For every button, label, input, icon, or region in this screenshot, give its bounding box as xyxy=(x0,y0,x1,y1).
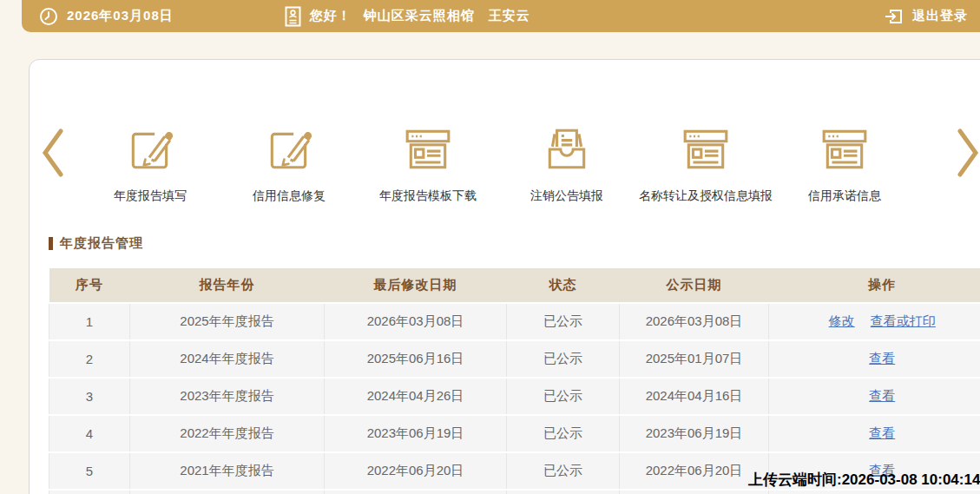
carousel-item-label: 注销公告填报 xyxy=(530,188,603,204)
cell-publish-date: 2024年04月16日 xyxy=(620,378,769,415)
shortcut-carousel: 年度报告填写 信用信息修复 xyxy=(81,121,914,204)
cell-report-year: 2021年年度报告 xyxy=(130,452,325,490)
modify-link[interactable]: 修改 xyxy=(829,313,855,328)
cell-publish-date: 2022年06月20日 xyxy=(620,452,769,490)
section-title-text: 年度报告管理 xyxy=(60,235,143,252)
cell-status: 已公示 xyxy=(507,415,620,452)
cell-status: 已公示 xyxy=(507,340,620,378)
column-header-last-modified: 最后修改日期 xyxy=(325,268,507,303)
section-bullet-icon xyxy=(49,237,53,250)
table-row: 4 2022年年度报告 2023年06月19日 已公示 2023年06月19日 … xyxy=(49,415,980,452)
cell-no: 1 xyxy=(49,303,130,340)
cell-no: 5 xyxy=(49,452,130,490)
cell-operations: 修改 查看或打印 xyxy=(769,303,980,340)
main-panel: 年度报告填写 信用信息修复 xyxy=(29,59,980,494)
cell-last-modified: 2026年03月08日 xyxy=(325,303,507,340)
cell-operations: 查看 xyxy=(769,378,980,415)
carousel-item-name-transfer[interactable]: 名称转让及授权信息填报 xyxy=(636,121,775,204)
clock-icon xyxy=(39,7,58,26)
column-header-no: 序号 xyxy=(49,268,130,303)
carousel-item-label: 年度报告模板下载 xyxy=(379,188,477,204)
cell-status: 已公示 xyxy=(507,378,620,415)
table-row-partial xyxy=(49,490,980,494)
view-link[interactable]: 查看 xyxy=(869,425,895,440)
logout-icon xyxy=(883,6,904,27)
annual-report-page: { "topbar": { "date": "2026年03月08日", "gr… xyxy=(0,0,980,494)
cell-last-modified: 2023年06月19日 xyxy=(325,415,507,452)
carousel-item-credit-commitment[interactable]: 信用承诺信息 xyxy=(775,121,914,204)
topbar-user-group: 您好！ 钟山区采云照相馆 王安云 xyxy=(285,6,530,27)
table-header-row: 序号 报告年份 最后修改日期 状态 公示日期 操作 xyxy=(49,268,980,303)
column-header-publish-date: 公示日期 xyxy=(620,268,769,303)
cell-last-modified: 2022年06月20日 xyxy=(325,452,507,490)
topbar-date-group: 2026年03月08日 xyxy=(39,7,174,26)
carousel-item-label: 名称转让及授权信息填报 xyxy=(639,188,773,204)
carousel-right-arrow-icon[interactable] xyxy=(955,126,980,183)
carousel-item-template-download[interactable]: 年度报告模板下载 xyxy=(358,121,497,204)
cell-no: 2 xyxy=(49,340,130,378)
cell-report-year: 2023年年度报告 xyxy=(130,378,325,415)
annual-report-table: 序号 报告年份 最后修改日期 状态 公示日期 操作 1 2025年年度报告 20… xyxy=(49,268,980,494)
cell-status: 已公示 xyxy=(507,303,620,340)
carousel-item-label: 年度报告填写 xyxy=(114,188,187,204)
cell-operations: 查看 xyxy=(769,415,980,452)
carousel-item-credit-repair[interactable]: 信用信息修复 xyxy=(220,121,358,204)
table-row: 3 2023年年度报告 2024年04月26日 已公示 2024年04月16日 … xyxy=(49,378,980,415)
webpage-icon xyxy=(819,121,870,175)
section-title-annual-report-management: 年度报告管理 xyxy=(49,235,143,252)
view-link[interactable]: 查看 xyxy=(869,351,895,366)
carousel-item-annual-report-fill[interactable]: 年度报告填写 xyxy=(81,121,220,204)
topbar-company-name: 钟山区采云照相馆 xyxy=(364,8,475,24)
carousel-item-label: 信用承诺信息 xyxy=(808,188,881,204)
topbar-user-name: 王安云 xyxy=(489,8,530,24)
column-header-operations: 操作 xyxy=(769,268,980,303)
upload-time-watermark: 上传云端时间:2026-03-08 10:04:14 xyxy=(748,470,980,490)
table-row: 1 2025年年度报告 2026年03月08日 已公示 2026年03月08日 … xyxy=(49,303,980,340)
cell-publish-date: 2025年01月07日 xyxy=(620,340,769,378)
cell-report-year: 2025年年度报告 xyxy=(130,303,325,340)
logout-button[interactable]: 退出登录 xyxy=(883,6,968,27)
topbar-date: 2026年03月08日 xyxy=(67,8,174,24)
cell-report-year: 2024年年度报告 xyxy=(130,340,325,378)
cell-last-modified: 2025年06月16日 xyxy=(325,340,507,378)
webpage-icon xyxy=(681,121,731,175)
column-header-status: 状态 xyxy=(507,268,620,303)
cell-report-year: 2022年年度报告 xyxy=(130,415,325,452)
edit-pencil-icon xyxy=(264,121,314,175)
cell-status: 已公示 xyxy=(507,452,620,490)
cell-publish-date: 2026年03月08日 xyxy=(620,303,769,340)
topbar: 2026年03月08日 您好！ 钟山区采云照相馆 王安云 退出登录 xyxy=(22,0,980,32)
carousel-item-label: 信用信息修复 xyxy=(253,188,326,204)
column-header-report-year: 报告年份 xyxy=(130,268,325,303)
cell-operations: 查看 xyxy=(769,340,980,378)
view-link[interactable]: 查看 xyxy=(869,388,895,403)
cell-publish-date: 2023年06月19日 xyxy=(620,415,769,452)
topbar-greeting: 您好！ xyxy=(310,8,352,24)
cell-last-modified: 2024年04月26日 xyxy=(325,378,507,415)
carousel-left-arrow-icon[interactable] xyxy=(38,126,66,183)
webpage-icon xyxy=(403,121,453,175)
inbox-document-icon xyxy=(542,121,592,175)
cell-no: 4 xyxy=(49,415,130,452)
logout-label: 退出登录 xyxy=(912,8,968,24)
cell-no: 3 xyxy=(49,378,130,415)
carousel-item-cancellation-notice[interactable]: 注销公告填报 xyxy=(497,121,636,204)
edit-pencil-icon xyxy=(125,121,175,175)
table-row: 2 2024年年度报告 2025年06月16日 已公示 2025年01月07日 … xyxy=(49,340,980,378)
view-or-print-link[interactable]: 查看或打印 xyxy=(871,313,936,328)
id-badge-icon xyxy=(285,6,301,27)
